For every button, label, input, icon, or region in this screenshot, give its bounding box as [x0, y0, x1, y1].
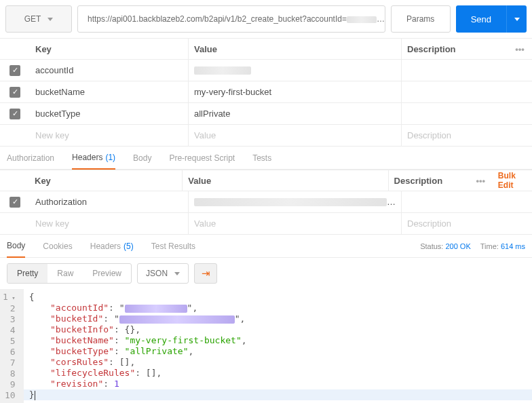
code-area: { "accountId": "", "bucketId": "", "buck…	[24, 289, 532, 403]
header-description-new[interactable]: Description	[402, 213, 532, 234]
request-tabs: Authorization Headers(1) Body Pre-reques…	[0, 147, 532, 170]
url-input[interactable]: https://api001.backblazeb2.com/b2api/v1/…	[77, 5, 385, 33]
more-icon[interactable]: •••	[469, 170, 493, 191]
col-key: Key	[30, 39, 189, 59]
send-button[interactable]: Send	[456, 5, 506, 33]
send-group: Send	[456, 5, 527, 33]
param-key[interactable]: bucketType	[30, 103, 189, 124]
status-code: 200 OK	[445, 242, 470, 250]
url-text: https://api001.backblazeb2.com/b2api/v1/…	[88, 14, 385, 24]
col-key: Key	[29, 170, 183, 191]
header-value-new[interactable]: Value	[189, 213, 402, 234]
tab-resp-body[interactable]: Body	[7, 235, 25, 258]
http-method-label: GET	[24, 14, 41, 24]
row-checkbox[interactable]	[10, 87, 20, 98]
tab-authorization[interactable]: Authorization	[7, 147, 54, 169]
table-row: bucketName my-very-first-bucket	[0, 81, 532, 103]
chevron-down-icon	[48, 18, 53, 21]
tab-resp-headers[interactable]: Headers(5)	[90, 235, 134, 257]
table-row: bucketType allPrivate	[0, 103, 532, 125]
wrap-lines-button[interactable]: ⇥	[194, 263, 217, 284]
view-raw[interactable]: Raw	[48, 264, 83, 283]
response-tabs: Body Cookies Headers(5) Test Results Sta…	[0, 235, 532, 258]
headers-table: Key Value Description ••• Bulk Edit Auth…	[0, 170, 532, 235]
view-mode-segment: Pretty Raw Preview	[7, 263, 132, 284]
format-select[interactable]: JSON	[137, 263, 189, 284]
response-status: Status: 200 OK Time: 614 ms	[420, 242, 525, 250]
table-row: Authorization …	[0, 191, 532, 213]
param-description[interactable]	[402, 81, 532, 102]
tab-prerequest[interactable]: Pre-request Script	[169, 147, 235, 169]
http-method-select[interactable]: GET	[5, 5, 72, 33]
param-description-new[interactable]: Description	[402, 125, 532, 146]
query-params-table: Key Value Description ••• accountId buck…	[0, 38, 532, 147]
header-value[interactable]: …	[189, 191, 402, 212]
col-description: Description	[389, 170, 469, 191]
col-value: Value	[189, 39, 402, 59]
chevron-down-icon	[174, 272, 180, 275]
param-key[interactable]: bucketName	[30, 81, 189, 102]
table-header-row: Key Value Description ••• Bulk Edit	[0, 170, 532, 191]
response-editor[interactable]: 12345678910 { "accountId": "", "bucketId…	[0, 289, 532, 403]
view-preview[interactable]: Preview	[83, 264, 131, 283]
row-checkbox[interactable]	[10, 197, 20, 208]
col-description: Description	[402, 39, 508, 59]
header-key-new[interactable]: New key	[30, 213, 189, 234]
body-toolbar: Pretty Raw Preview JSON ⇥	[0, 258, 532, 289]
header-description[interactable]	[402, 191, 532, 212]
line-gutter: 12345678910	[0, 289, 24, 403]
view-pretty[interactable]: Pretty	[7, 264, 48, 283]
param-key-new[interactable]: New key	[30, 125, 189, 146]
header-key[interactable]: Authorization	[30, 191, 189, 212]
table-row-new: New key Value Description	[0, 125, 532, 147]
tab-resp-tests[interactable]: Test Results	[151, 235, 195, 257]
param-key[interactable]: accountId	[30, 60, 189, 81]
param-value-new[interactable]: Value	[189, 125, 402, 146]
param-value[interactable]: my-very-first-bucket	[189, 81, 402, 102]
param-value[interactable]: allPrivate	[189, 103, 402, 124]
param-description[interactable]	[402, 60, 532, 81]
chevron-down-icon	[514, 18, 520, 21]
param-description[interactable]	[402, 103, 532, 124]
row-checkbox[interactable]	[10, 65, 20, 76]
response-time: 614 ms	[501, 242, 525, 250]
tab-headers[interactable]: Headers(1)	[72, 147, 115, 170]
row-checkbox[interactable]	[10, 109, 20, 119]
table-row: accountId	[0, 60, 532, 81]
tab-tests[interactable]: Tests	[252, 147, 271, 169]
params-button[interactable]: Params	[391, 5, 451, 33]
tab-resp-cookies[interactable]: Cookies	[43, 235, 72, 257]
bulk-edit-link[interactable]: Bulk Edit	[498, 171, 532, 190]
param-value[interactable]	[189, 60, 402, 81]
tab-body[interactable]: Body	[133, 147, 151, 169]
request-bar: GET https://api001.backblazeb2.com/b2api…	[0, 0, 532, 38]
table-header-row: Key Value Description •••	[0, 38, 532, 60]
col-value: Value	[183, 170, 388, 191]
more-icon[interactable]: •••	[508, 39, 532, 59]
send-dropdown[interactable]	[506, 5, 527, 33]
table-row-new: New key Value Description	[0, 213, 532, 235]
